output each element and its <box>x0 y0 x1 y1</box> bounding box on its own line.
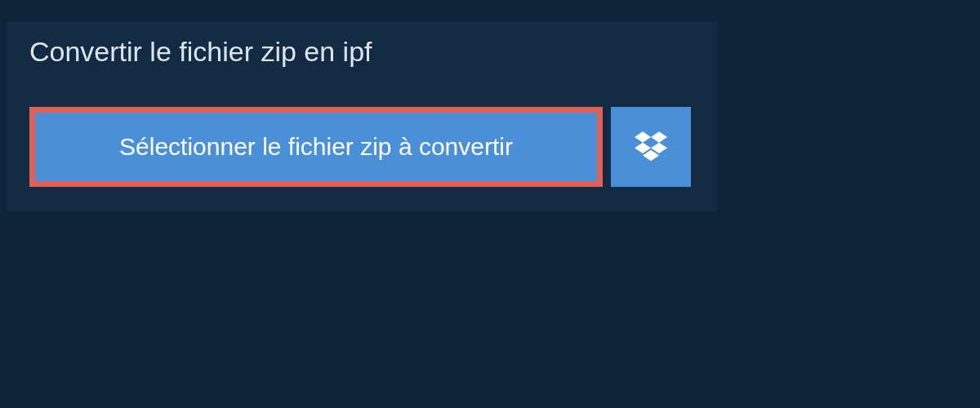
select-file-label: Sélectionner le fichier zip à convertir <box>119 133 513 161</box>
converter-panel: Convertir le fichier zip en ipf Sélectio… <box>7 21 717 211</box>
dropbox-button[interactable] <box>611 107 691 187</box>
dropbox-icon <box>635 129 667 165</box>
title-bar: Convertir le fichier zip en ipf <box>7 21 395 82</box>
page-title: Convertir le fichier zip en ipf <box>29 36 372 67</box>
action-row: Sélectionner le fichier zip à convertir <box>7 82 717 211</box>
select-file-button[interactable]: Sélectionner le fichier zip à convertir <box>29 107 603 187</box>
